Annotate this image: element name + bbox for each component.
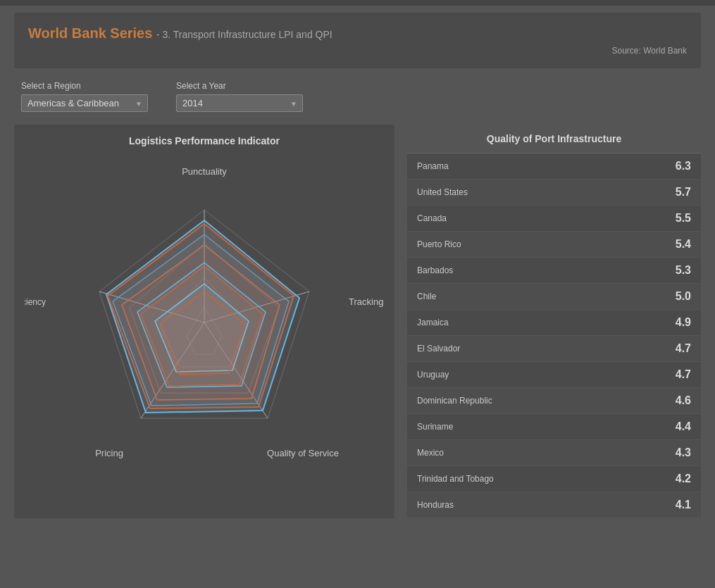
country-value: 4.3: [676, 446, 691, 459]
brand-name: World Bank Series: [28, 25, 152, 41]
radar-chart: Punctuality Tracking Quality of Service …: [25, 154, 384, 492]
region-select-wrapper[interactable]: Americas & Caribbean: [21, 94, 148, 112]
year-control: Select a Year 2014: [176, 81, 303, 112]
country-value: 6.3: [676, 160, 691, 173]
radar-title: Logistics Performance Indicator: [25, 135, 384, 146]
country-name: Suriname: [417, 422, 453, 432]
country-name: Puerto Rico: [417, 239, 461, 249]
country-name: Chile: [417, 292, 436, 301]
qpi-table: Panama 6.3 United States 5.7 Canada 5.5 …: [407, 154, 701, 518]
table-row: Puerto Rico 5.4: [407, 232, 701, 258]
year-select[interactable]: 2014: [176, 94, 303, 112]
content-row: Logistics Performance Indicator Punctual…: [14, 125, 701, 518]
country-name: Trinidad and Tobago: [417, 474, 494, 484]
country-value: 4.7: [676, 342, 691, 355]
table-row: Uruguay 4.7: [407, 362, 701, 388]
table-row: Canada 5.5: [407, 206, 701, 232]
country-name: Honduras: [417, 500, 454, 510]
controls-row: Select a Region Americas & Caribbean Sel…: [14, 81, 701, 112]
source-text: Source: World Bank: [28, 46, 687, 56]
table-row: Dominican Republic 4.6: [407, 388, 701, 414]
country-value: 4.6: [676, 394, 691, 407]
table-row: Suriname 4.4: [407, 414, 701, 440]
country-value: 5.3: [676, 264, 691, 277]
axis-label-quality: Quality of Service: [267, 448, 339, 458]
table-row: Trinidad and Tobago 4.2: [407, 466, 701, 492]
table-row: Mexico 4.3: [407, 440, 701, 466]
country-name: Barbados: [417, 265, 453, 275]
region-select[interactable]: Americas & Caribbean: [21, 94, 148, 112]
year-label: Select a Year: [176, 81, 303, 91]
table-row: Panama 6.3: [407, 154, 701, 180]
country-name: United States: [417, 187, 468, 197]
country-value: 5.4: [676, 238, 691, 251]
country-value: 5.0: [676, 290, 691, 303]
country-value: 4.2: [676, 473, 691, 485]
country-name: Uruguay: [417, 370, 449, 380]
country-name: Canada: [417, 213, 447, 223]
region-label: Select a Region: [21, 81, 148, 91]
header-title: World Bank Series - 3. Transport Infrast…: [28, 25, 687, 42]
country-value: 4.7: [676, 368, 691, 381]
country-value: 4.9: [676, 316, 691, 329]
country-value: 4.1: [676, 499, 691, 511]
axis-label-pricing: Pricing: [95, 448, 123, 458]
axis-label-customs: Customs Clearance Efficiency: [25, 297, 46, 307]
country-value: 5.7: [676, 186, 691, 199]
qpi-table-scroll[interactable]: Panama 6.3 United States 5.7 Canada 5.5 …: [407, 154, 701, 518]
header-subtitle: - 3. Transport Infrastructure LPI and QP…: [156, 29, 332, 40]
country-name: Mexico: [417, 448, 444, 458]
country-name: Panama: [417, 161, 449, 171]
table-row: Barbados 5.3: [407, 258, 701, 284]
country-name: Dominican Republic: [417, 396, 492, 406]
table-row: Chile 5.0: [407, 284, 701, 310]
header-box: World Bank Series - 3. Transport Infrast…: [14, 13, 701, 68]
region-control: Select a Region Americas & Caribbean: [21, 81, 148, 112]
table-row: United States 5.7: [407, 180, 701, 206]
table-panel: Quality of Port Infrastructure Panama 6.…: [407, 125, 701, 518]
axis-label-punctuality: Punctuality: [182, 166, 227, 177]
axis-label-tracking: Tracking: [349, 296, 383, 307]
table-row: Honduras 4.1: [407, 492, 701, 518]
qpi-title: Quality of Port Infrastructure: [407, 125, 701, 154]
table-row: Jamaica 4.9: [407, 310, 701, 336]
table-row: El Salvador 4.7: [407, 336, 701, 362]
country-value: 4.4: [676, 420, 691, 433]
radar-panel: Logistics Performance Indicator Punctual…: [14, 125, 394, 518]
country-value: 5.5: [676, 212, 691, 225]
country-name: El Salvador: [417, 344, 460, 354]
year-select-wrapper[interactable]: 2014: [176, 94, 303, 112]
country-name: Jamaica: [417, 318, 449, 327]
